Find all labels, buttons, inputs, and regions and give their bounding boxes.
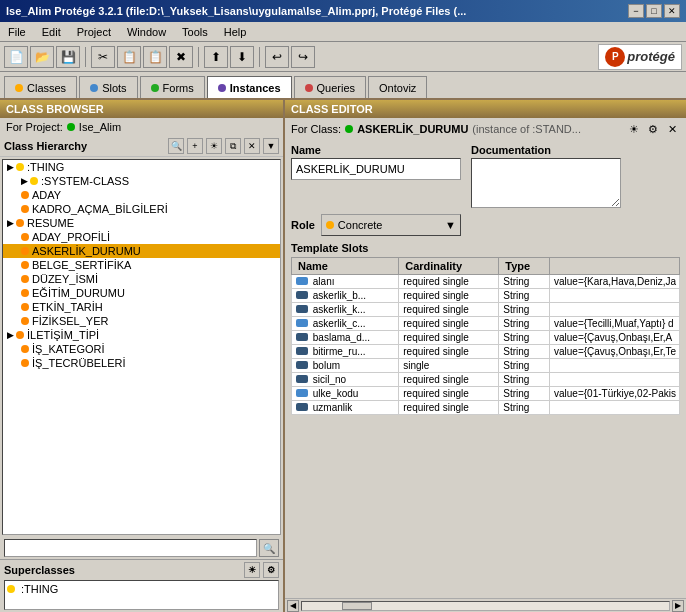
role-row: Role Concrete ▼ bbox=[291, 214, 680, 236]
toolbar-forward[interactable]: ⬇ bbox=[230, 46, 254, 68]
class-item-aday[interactable]: ADAY bbox=[3, 188, 280, 202]
toolbar-save[interactable]: 💾 bbox=[56, 46, 80, 68]
name-field-group: Name bbox=[291, 144, 461, 208]
superclass-sun-icon[interactable]: ☀ bbox=[244, 562, 260, 578]
horizontal-scrollbar: ◀ ▶ bbox=[285, 598, 686, 612]
hscroll-left-btn[interactable]: ◀ bbox=[287, 600, 299, 612]
class-item-aday-profili[interactable]: ADAY_PROFİLİ bbox=[3, 230, 280, 244]
class-item-askerlik[interactable]: ASKERLİK_DURUMU bbox=[3, 244, 280, 258]
role-dropdown-arrow: ▼ bbox=[445, 219, 456, 231]
browser-for-project: For Project: Ise_Alim bbox=[0, 118, 283, 136]
class-item-is-kategori[interactable]: İŞ_KATEGORİ bbox=[3, 342, 280, 356]
menu-help[interactable]: Help bbox=[220, 25, 251, 39]
class-item-etkin[interactable]: ETKİN_TARİH bbox=[3, 300, 280, 314]
hierarchy-sun-icon[interactable]: ☀ bbox=[206, 138, 222, 154]
tab-queries[interactable]: Queries bbox=[294, 76, 367, 98]
class-list[interactable]: ▶ :THING ▶ :SYSTEM-CLASS ADAY KADRO_AÇMA… bbox=[2, 159, 281, 535]
role-value: Concrete bbox=[338, 219, 383, 231]
class-dot bbox=[16, 219, 24, 227]
tab-forms[interactable]: Forms bbox=[140, 76, 205, 98]
menu-project[interactable]: Project bbox=[73, 25, 115, 39]
toolbar-new[interactable]: 📄 bbox=[4, 46, 28, 68]
toolbar-delete[interactable]: ✖ bbox=[169, 46, 193, 68]
slot-value-cell bbox=[550, 401, 680, 415]
hierarchy-label: Class Hierarchy bbox=[4, 140, 87, 152]
menu-tools[interactable]: Tools bbox=[178, 25, 212, 39]
superclass-gear-icon[interactable]: ⚙ bbox=[263, 562, 279, 578]
editor-sun-icon[interactable]: ☀ bbox=[626, 121, 642, 137]
maximize-button[interactable]: □ bbox=[646, 4, 662, 18]
tab-slots[interactable]: Slots bbox=[79, 76, 137, 98]
menu-file[interactable]: File bbox=[4, 25, 30, 39]
documentation-input[interactable] bbox=[471, 158, 621, 208]
class-item-thing[interactable]: ▶ :THING bbox=[3, 160, 280, 174]
hierarchy-delete-icon[interactable]: ✕ bbox=[244, 138, 260, 154]
superclasses-list: :THING bbox=[4, 580, 279, 610]
col-name: Name bbox=[292, 258, 399, 275]
tab-instances[interactable]: Instances bbox=[207, 76, 292, 98]
toolbar-open[interactable]: 📂 bbox=[30, 46, 54, 68]
hierarchy-search-icon[interactable]: 🔍 bbox=[168, 138, 184, 154]
class-item-systemclass[interactable]: ▶ :SYSTEM-CLASS bbox=[3, 174, 280, 188]
class-item-is-tecrube[interactable]: İŞ_TECRÜBELERİ bbox=[3, 356, 280, 370]
slot-icon bbox=[296, 361, 308, 369]
table-row[interactable]: bolum single String bbox=[292, 359, 680, 373]
hscroll-right-btn[interactable]: ▶ bbox=[672, 600, 684, 612]
slot-name-cell: askerlik_k... bbox=[292, 303, 399, 317]
editor-close-icon[interactable]: ✕ bbox=[664, 121, 680, 137]
table-row[interactable]: alanı required single String value={Kara… bbox=[292, 275, 680, 289]
table-row[interactable]: sicil_no required single String bbox=[292, 373, 680, 387]
class-item-resume[interactable]: ▶ RESUME bbox=[3, 216, 280, 230]
editor-for-class: For Class: ASKERLİK_DURUMU (instance of … bbox=[285, 118, 686, 140]
menu-window[interactable]: Window bbox=[123, 25, 170, 39]
toolbar-undo[interactable]: ↩ bbox=[265, 46, 289, 68]
slot-value-cell bbox=[550, 373, 680, 387]
toolbar-paste[interactable]: 📋 bbox=[143, 46, 167, 68]
close-button[interactable]: ✕ bbox=[664, 4, 680, 18]
tab-classes[interactable]: Classes bbox=[4, 76, 77, 98]
table-row[interactable]: askerlik_c... required single String val… bbox=[292, 317, 680, 331]
table-row[interactable]: uzmanlik required single String bbox=[292, 401, 680, 415]
class-item-belge[interactable]: BELGE_SERTİFİKA bbox=[3, 258, 280, 272]
slot-type-cell: String bbox=[499, 289, 550, 303]
menu-edit[interactable]: Edit bbox=[38, 25, 65, 39]
for-class-label: For Class: bbox=[291, 123, 341, 135]
window-title: Ise_Alim Protégé 3.2.1 (file:D:\_Yuksek_… bbox=[6, 5, 466, 17]
class-item-duzey[interactable]: DÜZEY_İSMİ bbox=[3, 272, 280, 286]
hierarchy-copy-icon[interactable]: ⧉ bbox=[225, 138, 241, 154]
class-search-input[interactable] bbox=[4, 539, 257, 557]
slot-type-cell: String bbox=[499, 317, 550, 331]
role-select[interactable]: Concrete ▼ bbox=[321, 214, 461, 236]
hscroll-track[interactable] bbox=[301, 601, 670, 611]
table-row[interactable]: ulke_kodu required single String value={… bbox=[292, 387, 680, 401]
toolbar-back[interactable]: ⬆ bbox=[204, 46, 228, 68]
class-item-egitim[interactable]: EĞİTİM_DURUMU bbox=[3, 286, 280, 300]
toolbar-copy[interactable]: 📋 bbox=[117, 46, 141, 68]
toolbar-cut[interactable]: ✂ bbox=[91, 46, 115, 68]
class-search-button[interactable]: 🔍 bbox=[259, 539, 279, 557]
class-item-fiziksel[interactable]: FİZİKSEL_YER bbox=[3, 314, 280, 328]
class-browser: CLASS BROWSER For Project: Ise_Alim Clas… bbox=[0, 100, 285, 612]
slot-name-cell: bitirme_ru... bbox=[292, 345, 399, 359]
tab-ontoviz[interactable]: Ontoviz bbox=[368, 76, 427, 98]
hierarchy-add-icon[interactable]: + bbox=[187, 138, 203, 154]
hierarchy-expand-icon[interactable]: ▼ bbox=[263, 138, 279, 154]
superclass-name: :THING bbox=[21, 583, 58, 595]
minimize-button[interactable]: − bbox=[628, 4, 644, 18]
doc-label: Documentation bbox=[471, 144, 621, 156]
editor-gear-icon[interactable]: ⚙ bbox=[645, 121, 661, 137]
table-row[interactable]: askerlik_b... required single String bbox=[292, 289, 680, 303]
slot-name-cell: askerlik_b... bbox=[292, 289, 399, 303]
slot-name: baslama_d... bbox=[313, 332, 370, 343]
toolbar-redo[interactable]: ↪ bbox=[291, 46, 315, 68]
table-row[interactable]: bitirme_ru... required single String val… bbox=[292, 345, 680, 359]
name-input[interactable] bbox=[291, 158, 461, 180]
class-item-kadro[interactable]: KADRO_AÇMA_BİLGİLERİ bbox=[3, 202, 280, 216]
table-row[interactable]: askerlik_k... required single String bbox=[292, 303, 680, 317]
slot-icon bbox=[296, 333, 308, 341]
toolbar-sep3 bbox=[259, 47, 260, 67]
class-item-iletisim[interactable]: ▶ İLETİŞİM_TİPİ bbox=[3, 328, 280, 342]
table-row[interactable]: baslama_d... required single String valu… bbox=[292, 331, 680, 345]
class-dot bbox=[21, 345, 29, 353]
hscroll-thumb[interactable] bbox=[342, 602, 372, 610]
